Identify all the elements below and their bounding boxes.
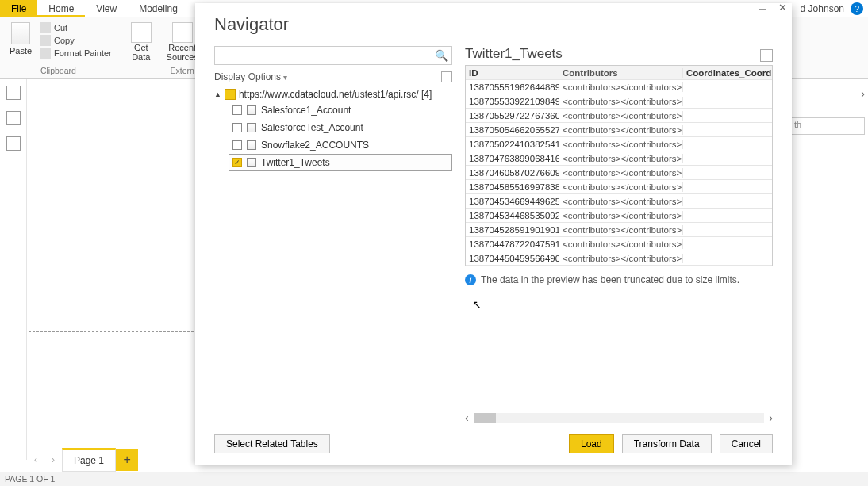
cell-contributors: <contributors></contributors>: [559, 197, 683, 206]
add-page-button[interactable]: +: [116, 449, 138, 471]
copy-icon: [40, 35, 51, 46]
cell-id: 1387055339221098496: [466, 97, 559, 106]
cell-contributors: <contributors></contributors>: [559, 111, 683, 121]
table-row[interactable]: 1387046058702766092<contributors></contr…: [466, 166, 772, 180]
table-row[interactable]: 1387044504595664908<contributors></contr…: [466, 251, 772, 266]
cancel-button[interactable]: Cancel: [720, 434, 773, 453]
col-id[interactable]: ID: [466, 68, 559, 78]
page-prev-icon[interactable]: ‹: [27, 454, 44, 465]
scissors-icon: [40, 22, 51, 33]
scroll-thumb[interactable]: [474, 413, 496, 423]
get-data-icon: [131, 22, 152, 43]
cell-contributors: <contributors></contributors>: [559, 182, 683, 192]
cell-contributors: <contributors></contributors>: [559, 82, 683, 92]
load-button[interactable]: Load: [569, 434, 614, 453]
cell-id: 1387044787220475910: [466, 239, 559, 249]
tree-item-snowflake2-accounts[interactable]: Snowflake2_ACCOUNTS: [229, 136, 452, 154]
tree-root-label: https://www.cdatacloud.net/ustest1/api.r…: [239, 89, 432, 100]
col-coordinates[interactable]: Coordinates_Coordinat: [683, 68, 772, 78]
tree-item-label: Twitter1_Tweets: [261, 157, 330, 168]
fields-search-input[interactable]: th: [790, 117, 865, 135]
cell-id: 1387055519626448896: [466, 82, 559, 92]
select-related-tables-button[interactable]: Select Related Tables: [214, 434, 330, 453]
col-contributors[interactable]: Contributors: [559, 68, 683, 78]
cell-id: 1387044504595664908: [466, 254, 559, 263]
table-row[interactable]: 1387045285919019013<contributors></contr…: [466, 223, 772, 237]
table-row[interactable]: 1387044787220475910<contributors></contr…: [466, 237, 772, 251]
tab-file[interactable]: File: [0, 0, 37, 17]
table-row[interactable]: 1387055297227673600<contributors></contr…: [466, 109, 772, 123]
recent-sources-icon: [172, 22, 193, 43]
page-tab-1[interactable]: Page 1: [62, 448, 116, 472]
table-row[interactable]: 1387050546620555271<contributors></contr…: [466, 123, 772, 137]
truncated-text: The data in the preview has been truncat…: [481, 274, 739, 285]
model-view-icon[interactable]: [6, 136, 21, 151]
report-view-icon[interactable]: [6, 86, 21, 100]
paste-button[interactable]: Paste: [5, 19, 36, 59]
navigator-search-input[interactable]: [218, 49, 435, 62]
preview-title: Twitter1_Tweets: [465, 46, 563, 62]
status-bar: PAGE 1 OF 1: [0, 472, 868, 486]
navigator-dialog: ✕ Navigator 🔍 Display Options ▲ https://…: [195, 3, 792, 465]
table-row[interactable]: 1387055519626448896<contributors></contr…: [466, 80, 772, 94]
table-row[interactable]: 1387055339221098496<contributors></contr…: [466, 94, 772, 109]
cut-button[interactable]: Cut: [40, 22, 112, 33]
cell-id: 1387045344685350921: [466, 211, 559, 220]
data-view-icon[interactable]: [6, 111, 21, 125]
paste-icon: [11, 22, 30, 44]
table-row[interactable]: 1387047638990684168<contributors></contr…: [466, 151, 772, 166]
table-row[interactable]: 1387045855169978384<contributors></contr…: [466, 180, 772, 194]
truncated-message: i The data in the preview has been trunc…: [465, 274, 773, 285]
tab-view[interactable]: View: [85, 0, 128, 17]
get-data-button[interactable]: Get Data: [122, 19, 160, 62]
dialog-restore-icon[interactable]: [759, 2, 766, 10]
transform-data-button[interactable]: Transform Data: [622, 434, 712, 453]
page-tabs: ‹ › Page 1 +: [27, 448, 138, 472]
status-text: PAGE 1 OF 1: [5, 474, 55, 484]
expand-pane-icon[interactable]: ›: [861, 87, 865, 100]
group-clipboard-label: Clipboard: [5, 66, 112, 77]
navigator-left-pane: 🔍 Display Options ▲ https://www.cdataclo…: [214, 46, 452, 425]
scroll-right-icon[interactable]: ›: [769, 411, 773, 424]
tree-item-salesforcetest-account[interactable]: SalesforceTest_Account: [229, 119, 452, 136]
page-next-icon[interactable]: ›: [44, 454, 62, 465]
navigator-preview-pane: Twitter1_Tweets ID Contributors Coordina…: [465, 46, 773, 425]
tab-modeling[interactable]: Modeling: [128, 0, 189, 17]
search-icon[interactable]: 🔍: [435, 49, 448, 62]
preview-options-icon[interactable]: [760, 49, 773, 62]
help-icon[interactable]: ?: [851, 2, 863, 15]
table-icon: [247, 105, 256, 115]
table-icon: [247, 140, 256, 150]
display-options-dropdown[interactable]: Display Options: [214, 71, 287, 82]
format-painter-button[interactable]: Format Painter: [40, 48, 112, 59]
checkbox[interactable]: [232, 123, 242, 132]
scroll-track[interactable]: [474, 413, 765, 423]
table-icon: [247, 158, 256, 167]
checkbox[interactable]: [232, 140, 242, 150]
refresh-icon[interactable]: [441, 71, 452, 82]
copy-label: Copy: [54, 36, 75, 45]
tree-item-label: Salesforce1_Account: [261, 105, 351, 116]
tree-root[interactable]: ▲ https://www.cdatacloud.net/ustest1/api…: [214, 87, 452, 101]
cell-id: 1387047638990684168: [466, 154, 559, 163]
tree-item-twitter1-tweets[interactable]: Twitter1_Tweets: [229, 154, 452, 171]
dialog-close-icon[interactable]: ✕: [778, 2, 787, 13]
scroll-left-icon[interactable]: ‹: [465, 411, 469, 424]
checkbox[interactable]: [232, 105, 242, 115]
view-rail: [0, 79, 27, 460]
tree-item-salesforce1-account[interactable]: Salesforce1_Account: [229, 101, 452, 119]
checkbox[interactable]: [232, 158, 242, 167]
horizontal-scrollbar[interactable]: ‹ ›: [465, 411, 773, 425]
cell-contributors: <contributors></contributors>: [559, 154, 683, 163]
cell-id: 1387045855169978384: [466, 182, 559, 192]
brush-icon: [40, 48, 51, 59]
table-row[interactable]: 1387050224103825416<contributors></contr…: [466, 137, 772, 151]
tab-home[interactable]: Home: [37, 0, 85, 17]
copy-button[interactable]: Copy: [40, 35, 112, 46]
table-row[interactable]: 1387045344685350921<contributors></contr…: [466, 209, 772, 223]
table-row[interactable]: 1387045346694496259<contributors></contr…: [466, 194, 772, 209]
navigator-search[interactable]: 🔍: [214, 46, 452, 65]
grid-header-row: ID Contributors Coordinates_Coordinat: [466, 66, 772, 80]
canvas-placeholder-dash: [29, 331, 194, 332]
collapse-icon[interactable]: ▲: [214, 90, 221, 98]
